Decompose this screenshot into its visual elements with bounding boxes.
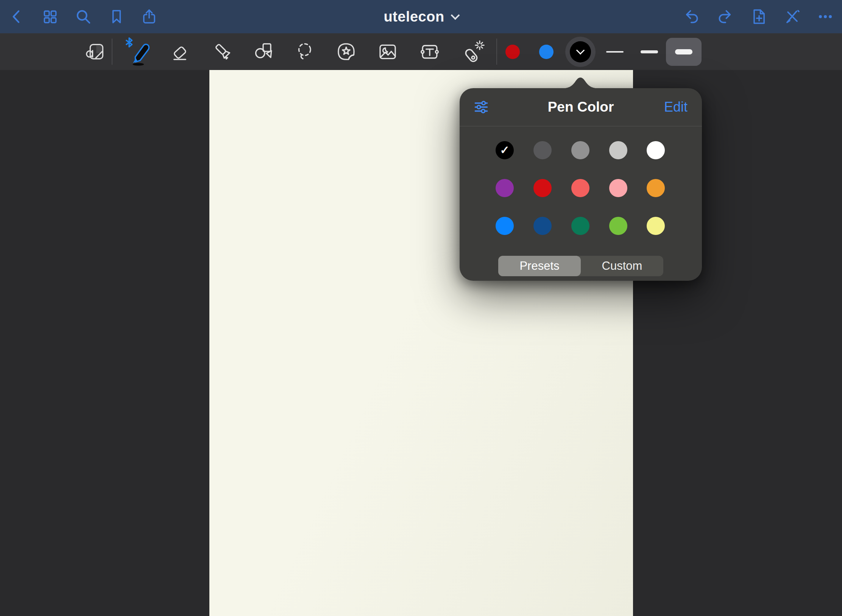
title-dropdown-chevron-icon bbox=[451, 11, 460, 20]
color-swatch-light-gray[interactable] bbox=[609, 141, 627, 159]
color-swatch-green[interactable] bbox=[609, 217, 627, 235]
tool-sticker[interactable] bbox=[329, 33, 364, 70]
tool-lasso[interactable] bbox=[288, 33, 323, 70]
toolbar-color-black-dot bbox=[570, 41, 591, 62]
thickness-medium[interactable] bbox=[641, 50, 658, 53]
toolbar-separator bbox=[496, 39, 497, 65]
color-swatch-purple[interactable] bbox=[496, 179, 514, 197]
selected-check-icon: ✓ bbox=[500, 145, 509, 156]
toolbar-color-black[interactable] bbox=[565, 37, 596, 67]
text-icon bbox=[417, 39, 442, 64]
edit-colors-button[interactable]: Edit bbox=[664, 88, 688, 126]
stylus-cross-icon bbox=[783, 8, 801, 26]
thickness-thin[interactable] bbox=[606, 51, 624, 53]
color-swatch-orange[interactable] bbox=[647, 179, 665, 197]
add-page-icon bbox=[750, 8, 768, 26]
tool-image[interactable] bbox=[370, 33, 405, 70]
tool-eraser[interactable] bbox=[162, 33, 197, 70]
undo-button[interactable] bbox=[675, 0, 709, 33]
color-swatch-coral[interactable] bbox=[571, 179, 589, 197]
toolbar-color-blue[interactable] bbox=[539, 45, 554, 59]
shapes-icon bbox=[251, 39, 276, 64]
lasso-icon bbox=[293, 39, 318, 64]
color-swatch-white[interactable] bbox=[647, 141, 665, 159]
thickness-thick[interactable] bbox=[666, 38, 702, 66]
color-swatch-pink[interactable] bbox=[609, 179, 627, 197]
tool-highlighter[interactable] bbox=[206, 33, 240, 70]
color-swatch-red[interactable] bbox=[533, 179, 552, 197]
color-swatch-gray[interactable] bbox=[571, 141, 589, 159]
color-mode-segmented-control: Presets Custom bbox=[498, 256, 663, 276]
page-panel-icon bbox=[83, 40, 108, 64]
color-swatch-teal[interactable] bbox=[571, 217, 589, 235]
redo-icon bbox=[716, 8, 734, 26]
popover-arrow bbox=[560, 77, 601, 89]
image-icon bbox=[375, 39, 400, 64]
tool-pen[interactable] bbox=[120, 33, 155, 70]
document-title: utelecon bbox=[384, 9, 444, 25]
redo-button[interactable] bbox=[708, 0, 741, 33]
color-swatch-navy[interactable] bbox=[533, 217, 552, 235]
undo-icon bbox=[683, 8, 701, 26]
tool-page-panel[interactable] bbox=[78, 33, 113, 70]
color-swatch-yellow[interactable] bbox=[647, 217, 665, 235]
color-swatch-dark-gray[interactable] bbox=[533, 141, 552, 159]
pen-bluetooth-icon bbox=[122, 36, 154, 68]
toolbar-color-red[interactable] bbox=[505, 45, 520, 59]
laser-pointer-icon bbox=[459, 39, 485, 65]
tool-shapes[interactable] bbox=[246, 33, 281, 70]
popover-header: Pen Color Edit bbox=[460, 88, 702, 126]
more-menu-button[interactable] bbox=[809, 0, 842, 33]
tool-text[interactable] bbox=[412, 33, 447, 70]
eraser-icon bbox=[167, 39, 192, 64]
toolbar-separator bbox=[112, 39, 112, 65]
thickness-thick-line bbox=[675, 49, 692, 54]
tools-toolbar bbox=[0, 33, 842, 70]
stylus-disable-button[interactable] bbox=[775, 0, 809, 33]
tab-custom[interactable]: Custom bbox=[581, 256, 663, 276]
ellipsis-icon bbox=[816, 8, 834, 26]
add-page-button[interactable] bbox=[742, 0, 775, 33]
app-window: utelecon bbox=[0, 0, 842, 616]
navigation-bar: utelecon bbox=[0, 0, 842, 33]
color-swatch-blue[interactable] bbox=[496, 217, 514, 235]
pen-color-popover: Pen Color Edit ✓ Presets Custom bbox=[460, 88, 702, 281]
tab-presets[interactable]: Presets bbox=[498, 256, 581, 276]
highlighter-icon bbox=[210, 39, 235, 64]
color-dropdown-chevron-icon bbox=[576, 46, 585, 55]
sticker-icon bbox=[334, 39, 359, 64]
popover-divider bbox=[460, 126, 702, 126]
tool-laser-pointer[interactable] bbox=[455, 33, 490, 70]
color-swatch-black[interactable]: ✓ bbox=[496, 141, 514, 159]
